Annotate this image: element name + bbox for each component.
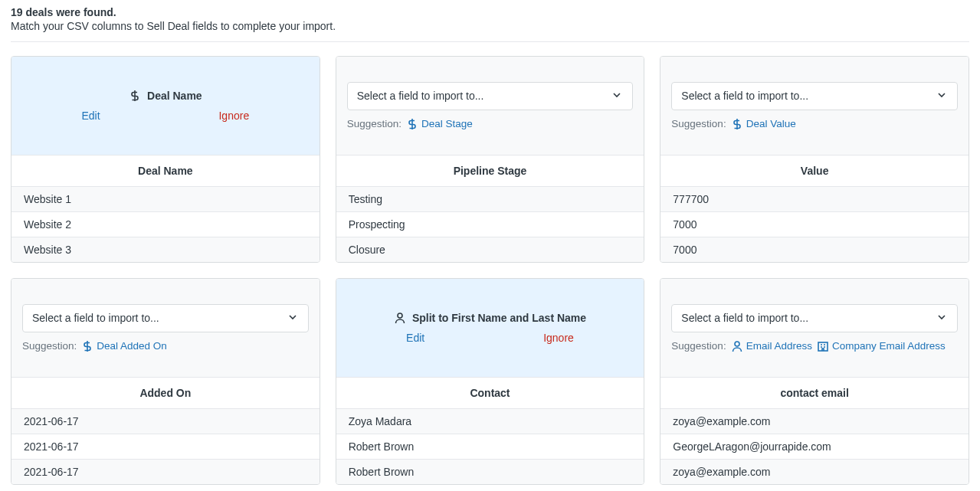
person-icon [394,312,406,324]
company-icon [817,340,829,352]
suggestion-link[interactable]: Company Email Address [817,340,946,352]
header-title: 19 deals were found. [11,6,969,18]
chev-icon [287,311,299,323]
chevron-down-icon [611,89,623,103]
suggestion-link[interactable]: Deal Stage [406,118,473,130]
sample-row: Testing [336,186,644,211]
sample-row: Robert Brown [336,459,644,484]
chevron-down-icon [287,311,299,326]
sample-row: 2021-06-17 [11,408,320,434]
header-subtitle: Match your CSV columns to Sell Deal fiel… [11,20,969,32]
suggestion-prefix: Suggestion: [22,340,77,352]
mapped-field: Deal Name [22,90,309,102]
sample-rows: Zoya MadaraRobert BrownRobert Brown [336,408,644,484]
sample-row: zoya@example.com [660,459,969,484]
sample-row: Prospecting [336,211,644,237]
card-header: Select a field to import to... Suggestio… [660,57,969,155]
suggestion-label: Deal Stage [421,118,473,129]
suggestion-link[interactable]: Deal Added On [81,340,167,352]
field-select[interactable]: Select a field to import to... [347,82,634,110]
suggestion-link[interactable]: Email Address [731,340,812,352]
chev-icon [611,89,623,101]
ignore-link[interactable]: Ignore [218,110,249,122]
sample-rows: TestingProspectingClosure [336,186,644,262]
sample-row: Website 3 [11,237,320,262]
column-header: Value [660,155,969,186]
column-header: Deal Name [11,155,320,186]
suggestion-prefix: Suggestion: [671,118,726,129]
suggestion-row: Suggestion: Deal Stage [347,118,634,130]
dollar-icon [129,90,141,102]
sample-row: Robert Brown [336,434,644,459]
import-header: 19 deals were found. Match your CSV colu… [11,6,969,32]
sample-rows: 2021-06-172021-06-172021-06-17 [11,408,320,484]
select-placeholder: Select a field to import to... [32,312,159,324]
chev-icon [936,311,948,323]
suggestion-label: Email Address [746,340,812,352]
dollar-icon [731,118,743,130]
sample-rows: Website 1Website 2Website 3 [11,186,320,262]
mapped-field: Split to First Name and Last Name [347,312,634,324]
suggestion-prefix: Suggestion: [347,118,402,129]
card-header: Deal Name Edit Ignore [11,57,320,155]
mapping-card: Split to First Name and Last Name Edit I… [336,278,645,485]
column-header: contact email [660,377,969,408]
suggestion-link[interactable]: Deal Value [731,118,796,130]
field-select[interactable]: Select a field to import to... [22,304,309,332]
chevron-down-icon [936,311,948,326]
dollar-icon [81,340,93,352]
suggestion-row: Suggestion: Deal Value [671,118,958,130]
suggestion-label: Deal Added On [97,340,167,352]
person-icon [731,340,743,352]
sample-row: GeorgeLAragon@jourrapide.com [660,434,969,459]
sample-row: 2021-06-17 [11,459,320,484]
card-header: Select a field to import to... Suggestio… [336,57,644,155]
suggestion-label: Company Email Address [832,340,946,352]
sample-row: Website 2 [11,211,320,237]
divider [11,41,969,42]
mapping-card: Deal Name Edit Ignore Deal NameWebsite 1… [11,56,320,263]
field-select[interactable]: Select a field to import to... [671,304,958,332]
select-placeholder: Select a field to import to... [681,312,808,324]
mapping-grid: Deal Name Edit Ignore Deal NameWebsite 1… [11,56,969,485]
sample-row: zoya@example.com [660,408,969,434]
suggestion-row: Suggestion: Deal Added On [22,340,309,352]
mapping-card: Select a field to import to... Suggestio… [11,278,320,485]
select-placeholder: Select a field to import to... [681,90,808,102]
sample-rows: zoya@example.comGeorgeLAragon@jourrapide… [660,408,969,484]
sample-row: 2021-06-17 [11,434,320,459]
edit-link[interactable]: Edit [406,332,424,344]
mapping-card: Select a field to import to... Suggestio… [336,56,645,263]
dollar-icon [406,118,418,130]
sample-row: Zoya Madara [336,408,644,434]
suggestion-label: Deal Value [746,118,796,129]
ignore-link[interactable]: Ignore [543,332,574,344]
mapped-field-label: Split to First Name and Last Name [412,312,586,324]
card-header: Select a field to import to... Suggestio… [660,279,969,377]
sample-rows: 77770070007000 [660,186,969,262]
field-select[interactable]: Select a field to import to... [671,82,958,110]
select-placeholder: Select a field to import to... [357,90,484,102]
sample-row: 7000 [660,237,969,262]
sample-row: Website 1 [11,186,320,211]
chev-icon [936,89,948,101]
suggestion-prefix: Suggestion: [671,340,726,352]
card-header: Split to First Name and Last Name Edit I… [336,279,644,377]
column-header: Pipeline Stage [336,155,644,186]
sample-row: 777700 [660,186,969,211]
chevron-down-icon [936,89,948,103]
edit-link[interactable]: Edit [81,110,100,122]
sample-row: Closure [336,237,644,262]
mapping-card: Select a field to import to... Suggestio… [660,56,969,263]
card-header: Select a field to import to... Suggestio… [11,279,320,377]
mapped-field-label: Deal Name [147,90,202,102]
sample-row: 7000 [660,211,969,237]
column-header: Added On [11,377,320,408]
mapping-card: Select a field to import to... Suggestio… [660,278,969,485]
suggestion-row: Suggestion: Email Address Company Email … [671,340,958,352]
column-header: Contact [336,377,644,408]
